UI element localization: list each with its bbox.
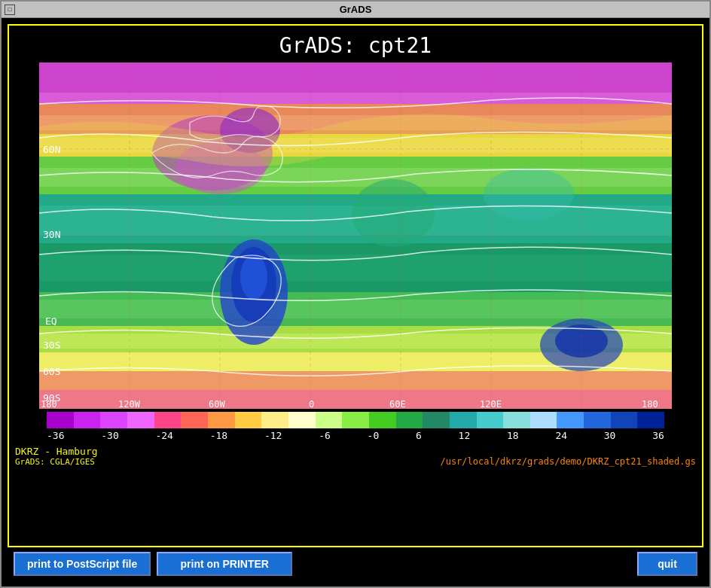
- quit-button[interactable]: quit: [637, 552, 697, 576]
- svg-text:EQ: EQ: [45, 315, 57, 327]
- svg-text:120W: 120W: [118, 399, 141, 409]
- map-container: 60N 30N EQ 30S 60S 90S 180 120W 60W 0 60…: [39, 62, 672, 409]
- svg-text:60W: 60W: [209, 399, 225, 409]
- info-path: /usr/local/dkrz/grads/demo/DKRZ_cpt21_sh…: [440, 456, 696, 467]
- colorbar: [47, 412, 664, 428]
- svg-text:120E: 120E: [480, 399, 502, 409]
- plot-title: GrADS: cpt21: [9, 26, 702, 62]
- svg-text:180: 180: [41, 399, 57, 409]
- map-svg: 60N 30N EQ 30S 60S 90S 180 120W 60W 0 60…: [39, 62, 672, 409]
- cb-label-7: -0: [368, 430, 380, 441]
- svg-text:60N: 60N: [43, 144, 60, 155]
- print-postscript-button[interactable]: print to PostScript file: [14, 552, 151, 576]
- svg-rect-8: [39, 168, 672, 187]
- info-left: DKRZ - Hamburg GrADS: CGLA/IGES: [15, 446, 98, 467]
- cb-label-6: -6: [319, 430, 331, 441]
- window-title: GrADS: [340, 4, 372, 15]
- svg-text:30S: 30S: [43, 340, 60, 351]
- cb-label-11: 24: [555, 430, 567, 441]
- window-icon[interactable]: □: [5, 5, 15, 15]
- cb-label-10: 18: [507, 430, 519, 441]
- svg-text:60S: 60S: [43, 366, 60, 377]
- svg-point-26: [352, 179, 435, 247]
- cb-label-13: 36: [652, 430, 664, 441]
- cb-label-4: -18: [210, 430, 227, 441]
- canvas-area: GrADS: cpt21: [8, 24, 703, 547]
- cb-label-9: 12: [459, 430, 471, 441]
- print-printer-button[interactable]: print on PRINTER: [157, 552, 292, 576]
- colorbar-area: -36 -30 -24 -18 -12 -6 -0 6 12 18 24 30 …: [9, 409, 702, 444]
- main-window: □ GrADS GrADS: cpt21: [0, 0, 711, 588]
- svg-point-25: [240, 254, 267, 300]
- title-bar: □ GrADS: [2, 2, 709, 18]
- cb-label-1: -36: [47, 430, 64, 441]
- svg-point-29: [484, 168, 574, 221]
- svg-text:30N: 30N: [43, 229, 60, 240]
- bottom-bar: print to PostScript file print on PRINTE…: [8, 547, 703, 580]
- cb-label-3: -24: [155, 430, 172, 441]
- info-dkrz: DKRZ - Hamburg: [15, 446, 98, 457]
- colorbar-labels: -36 -30 -24 -18 -12 -6 -0 6 12 18 24 30 …: [47, 428, 664, 443]
- svg-rect-12: [39, 254, 672, 281]
- svg-text:60E: 60E: [389, 399, 406, 409]
- info-row: DKRZ - Hamburg GrADS: CGLA/IGES /usr/loc…: [9, 444, 702, 468]
- cb-label-8: 6: [416, 430, 422, 441]
- svg-text:180: 180: [642, 399, 658, 409]
- cb-label-12: 30: [604, 430, 616, 441]
- cb-label-2: -30: [101, 430, 118, 441]
- cb-label-5: -12: [264, 430, 282, 441]
- svg-rect-14: [39, 300, 672, 318]
- main-content: GrADS: cpt21: [2, 18, 709, 586]
- info-grads: GrADS: CGLA/IGES: [15, 457, 98, 467]
- svg-text:0: 0: [309, 399, 314, 409]
